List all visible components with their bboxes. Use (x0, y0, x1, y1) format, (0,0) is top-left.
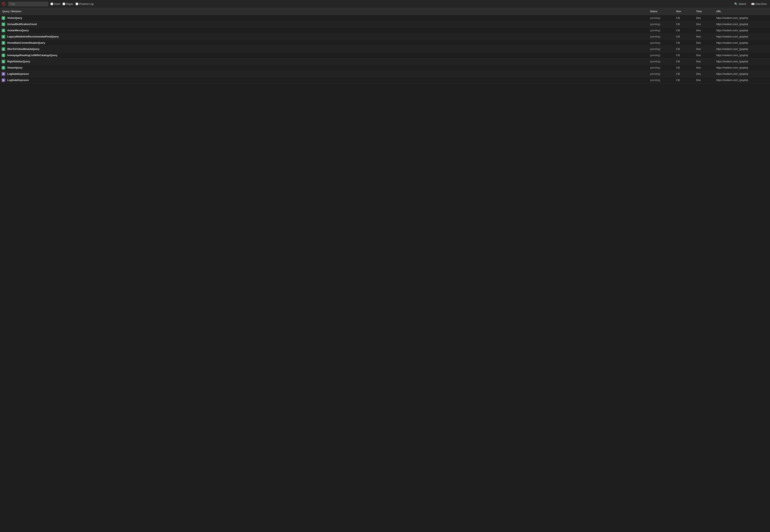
time-cell: 0ms (694, 78, 714, 83)
query-name: HomeMainContentHeaderQuery (7, 41, 45, 44)
filter-input[interactable] (8, 2, 48, 6)
query-cell: Q VisitorQuery (0, 15, 648, 21)
table-row[interactable]: Q UnreadNotificationCount (pending) 0 B … (0, 21, 770, 27)
table-row[interactable]: M LogGateExposure (pending) 0 B 0ms http… (0, 71, 770, 77)
query-name: ViewerQuery (7, 66, 22, 69)
url-cell: https://medium.com/_/graphql (714, 59, 770, 64)
status-cell: (pending) (648, 15, 674, 21)
preserve-log-label: Preserve Log (79, 3, 93, 5)
preserve-log-checkbox-group[interactable]: Preserve Log (76, 3, 93, 5)
query-cell: Q LegacyWebInlineRecommendedFeedQuery (0, 34, 648, 40)
badge-q: Q (2, 66, 5, 70)
col-header-query: Query / Mutation (0, 9, 648, 14)
time-cell: 0ms (694, 59, 714, 64)
query-name: homepageReadingListWithCatalogsQuery (7, 54, 57, 57)
badge-q: Q (2, 60, 5, 63)
size-cell: 0 B (674, 65, 694, 70)
preserve-log-checkbox[interactable] (76, 3, 78, 5)
query-name: LegacyWebInlineRecommendedFeedQuery (7, 35, 59, 38)
badge-q: Q (2, 29, 5, 32)
table-row[interactable]: Q HomeMainContentHeaderQuery (pending) 0… (0, 40, 770, 46)
query-cell: Q UnreadNotificationCount (0, 21, 648, 27)
col-header-status: Status (648, 9, 674, 14)
col-header-url: URL (714, 9, 770, 14)
search-label: Search (739, 3, 746, 5)
time-cell: 0ms (694, 15, 714, 21)
toolbar: 🚫 Invert Regex Preserve Log 🔍 Search 📖 V… (0, 0, 770, 8)
query-cell: M LogGateExposure (0, 71, 648, 77)
status-cell: (pending) (648, 71, 674, 77)
invert-checkbox-group[interactable]: Invert (51, 3, 60, 5)
query-name: RightSidebarQuery (7, 60, 30, 63)
table-row[interactable]: Q VisitorQuery (pending) 0 B 0ms https:/… (0, 15, 770, 21)
size-cell: 0 B (674, 28, 694, 33)
status-cell: (pending) (648, 22, 674, 27)
view-docs-button[interactable]: 📖 View Docs (750, 2, 768, 6)
query-cell: Q ViewerQuery (0, 65, 648, 71)
size-cell: 0 B (674, 22, 694, 27)
size-cell: 0 B (674, 53, 694, 58)
query-name: WhoToFollowModuleQuery (7, 48, 39, 51)
view-docs-label: View Docs (756, 3, 767, 5)
size-cell: 0 B (674, 78, 694, 83)
search-button[interactable]: 🔍 Search (733, 2, 748, 6)
time-cell: 0ms (694, 40, 714, 46)
status-cell: (pending) (648, 65, 674, 70)
query-name: LogGateExposure (7, 73, 29, 75)
size-cell: 0 B (674, 59, 694, 64)
query-name: LogGateExposure (7, 79, 29, 82)
badge-m: M (2, 78, 5, 82)
badge-q: Q (2, 35, 5, 38)
table-row[interactable]: Q homepageReadingListWithCatalogsQuery (… (0, 52, 770, 59)
badge-q: Q (2, 54, 5, 57)
query-cell: Q homepageReadingListWithCatalogsQuery (0, 52, 648, 58)
url-cell: https://medium.com/_/graphql (714, 34, 770, 39)
regex-checkbox[interactable] (63, 3, 65, 5)
query-cell: M LogGateExposure (0, 77, 648, 83)
size-cell: 0 B (674, 15, 694, 21)
size-cell: 0 B (674, 40, 694, 46)
status-cell: (pending) (648, 78, 674, 83)
url-cell: https://medium.com/_/graphql (714, 65, 770, 70)
status-cell: (pending) (648, 40, 674, 46)
regex-checkbox-group[interactable]: Regex (63, 3, 73, 5)
status-cell: (pending) (648, 59, 674, 64)
table-row[interactable]: M LogGateExposure (pending) 0 B 0ms http… (0, 77, 770, 83)
url-cell: https://medium.com/_/graphql (714, 53, 770, 58)
url-cell: https://medium.com/_/graphql (714, 47, 770, 52)
no-entry-icon[interactable]: 🚫 (2, 2, 6, 6)
graphql-table: Query / Mutation Status Size Time URL Q … (0, 8, 770, 83)
time-cell: 0ms (694, 22, 714, 27)
table-body: Q VisitorQuery (pending) 0 B 0ms https:/… (0, 15, 770, 83)
table-row[interactable]: Q RightSidebarQuery (pending) 0 B 0ms ht… (0, 59, 770, 65)
status-cell: (pending) (648, 53, 674, 58)
regex-label: Regex (66, 3, 73, 5)
time-cell: 0ms (694, 53, 714, 58)
time-cell: 0ms (694, 65, 714, 70)
badge-q: Q (2, 16, 5, 20)
badge-q: Q (2, 22, 5, 26)
query-name: VisitorQuery (7, 17, 22, 19)
size-cell: 0 B (674, 71, 694, 77)
col-header-size: Size (674, 9, 694, 14)
time-cell: 0ms (694, 71, 714, 77)
table-row[interactable]: Q ViewerQuery (pending) 0 B 0ms https://… (0, 65, 770, 71)
time-cell: 0ms (694, 28, 714, 33)
time-cell: 0ms (694, 47, 714, 52)
time-cell: 0ms (694, 34, 714, 39)
query-name: AvatarMenuQuery (7, 29, 29, 32)
invert-checkbox[interactable] (51, 3, 53, 5)
table-row[interactable]: Q LegacyWebInlineRecommendedFeedQuery (p… (0, 34, 770, 40)
book-icon: 📖 (751, 2, 755, 6)
table-row[interactable]: Q WhoToFollowModuleQuery (pending) 0 B 0… (0, 46, 770, 52)
size-cell: 0 B (674, 34, 694, 39)
url-cell: https://medium.com/_/graphql (714, 15, 770, 21)
table-header: Query / Mutation Status Size Time URL (0, 8, 770, 15)
query-cell: Q RightSidebarQuery (0, 59, 648, 65)
badge-m: M (2, 72, 5, 76)
url-cell: https://medium.com/_/graphql (714, 78, 770, 83)
size-cell: 0 B (674, 47, 694, 52)
status-cell: (pending) (648, 28, 674, 33)
url-cell: https://medium.com/_/graphql (714, 28, 770, 33)
table-row[interactable]: Q AvatarMenuQuery (pending) 0 B 0ms http… (0, 27, 770, 34)
